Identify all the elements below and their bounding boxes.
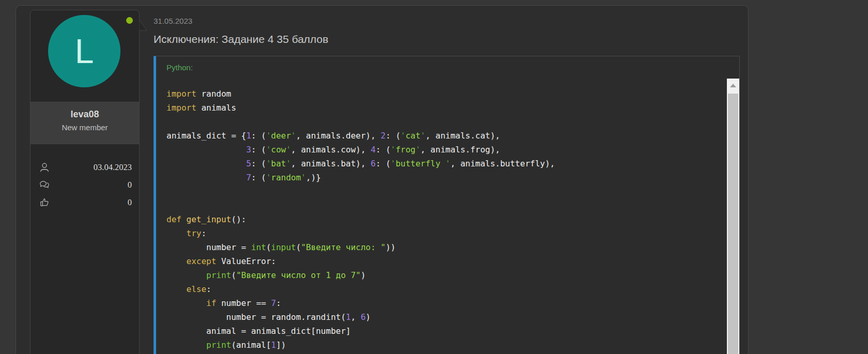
code-line: 3: ('cow', animals.cow), 4: ('frog', ani… <box>166 143 713 157</box>
code-line: else: <box>166 282 713 296</box>
code-line: try: <box>166 226 713 240</box>
username-link[interactable]: leva08 <box>31 109 139 120</box>
stat-row: 0 <box>39 176 132 194</box>
stat-value: 0 <box>52 197 132 208</box>
post-content: 31.05.2023 Исключения: Задание 4 35 балл… <box>154 6 740 354</box>
avatar-letter: L <box>75 34 94 68</box>
stat-row: 03.04.2023 <box>39 159 132 176</box>
user-title: New member <box>31 123 139 132</box>
code-line: except ValueError: <box>166 254 713 268</box>
code-content: import randomimport animalsanimals_dict … <box>156 79 739 354</box>
post-date: 31.05.2023 <box>154 17 740 25</box>
message-card: L leva08 New member 03.04.202300 31.05.2… <box>16 5 749 354</box>
code-line: def get_input(): <box>166 212 713 226</box>
user-stats: 03.04.202300 <box>31 144 139 211</box>
code-scroll-area: import randomimport animalsanimals_dict … <box>156 79 739 354</box>
code-line: number = int(input("Введите число: ")) <box>166 240 713 254</box>
code-line: 5: ('bat', animals.bat), 6: ('butterfly … <box>166 157 713 171</box>
code-line <box>166 198 713 212</box>
code-line: print("Введите число от 1 до 7") <box>166 268 713 282</box>
avatar[interactable]: L <box>48 15 120 87</box>
code-line: if number == 7: <box>166 296 713 310</box>
code-line: animals_dict = {1: ('deer', animals.deer… <box>166 129 713 143</box>
user-cell-tail <box>139 20 147 31</box>
arrow-up-icon <box>730 84 736 87</box>
user-header: leva08 New member <box>31 102 139 144</box>
avatar-area: L <box>31 10 139 102</box>
code-line: print(animal[1]) <box>166 338 713 352</box>
page: { "colors": { "page_bg": "#363636", "pan… <box>0 0 868 354</box>
user-panel: L leva08 New member 03.04.202300 <box>30 10 140 354</box>
stat-value: 03.04.2023 <box>52 162 132 173</box>
code-language-label: Python: <box>156 56 739 79</box>
code-line: import animals <box>166 101 713 115</box>
code-line: number = random.randint(1, 6) <box>166 310 713 324</box>
scrollbar-thumb[interactable] <box>728 94 738 354</box>
code-line <box>166 115 713 129</box>
online-indicator <box>126 17 133 24</box>
code-line: import random <box>166 87 713 101</box>
post-title: Исключения: Задание 4 35 баллов <box>154 32 740 46</box>
stat-row: 0 <box>39 194 132 211</box>
scroll-up-button[interactable] <box>727 79 739 93</box>
scrollbar[interactable] <box>727 79 739 354</box>
comments-icon <box>39 179 52 191</box>
user-icon <box>39 162 52 173</box>
stat-value: 0 <box>52 180 132 190</box>
code-line <box>166 184 713 198</box>
code-line: animal = animals_dict[number] <box>166 324 713 338</box>
code-block: Python: import randomimport animalsanima… <box>154 56 740 354</box>
thumbs-up-icon <box>39 197 52 208</box>
code-line: 7: ('random',)} <box>166 171 713 184</box>
